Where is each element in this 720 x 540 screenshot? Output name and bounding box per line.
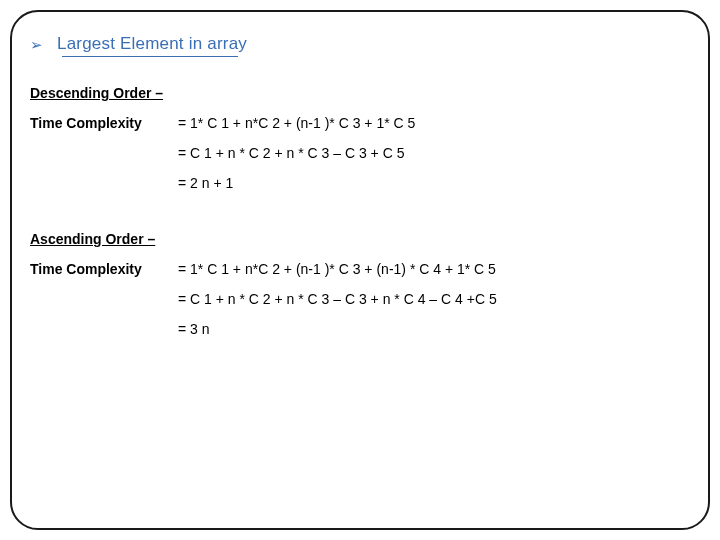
- slide-title: Largest Element in array: [57, 34, 247, 54]
- title-row: ➢ Largest Element in array: [30, 34, 690, 54]
- equation-text: = 1* C 1 + n*C 2 + (n-1 )* C 3 + (n-1) *…: [178, 261, 690, 277]
- slide: ➢ Largest Element in array Descending Or…: [0, 0, 720, 540]
- equation-row: = C 1 + n * C 2 + n * C 3 – C 3 + n * C …: [30, 291, 690, 307]
- equation-row: Time Complexity = 1* C 1 + n*C 2 + (n-1 …: [30, 115, 690, 131]
- equation-row: Time Complexity = 1* C 1 + n*C 2 + (n-1 …: [30, 261, 690, 277]
- complexity-label: Time Complexity: [30, 115, 178, 131]
- bullet-icon: ➢: [30, 37, 43, 52]
- equation-row: = C 1 + n * C 2 + n * C 3 – C 3 + C 5: [30, 145, 690, 161]
- equation-text: = 3 n: [178, 321, 690, 337]
- section-gap: [30, 205, 690, 231]
- equation-row: = 2 n + 1: [30, 175, 690, 191]
- section-heading: Descending Order –: [30, 85, 690, 101]
- equation-text: = 2 n + 1: [178, 175, 690, 191]
- equation-text: = 1* C 1 + n*C 2 + (n-1 )* C 3 + 1* C 5: [178, 115, 690, 131]
- complexity-label: Time Complexity: [30, 261, 178, 277]
- equation-text: = C 1 + n * C 2 + n * C 3 – C 3 + C 5: [178, 145, 690, 161]
- equation-row: = 3 n: [30, 321, 690, 337]
- title-underline: [62, 56, 238, 57]
- equation-text: = C 1 + n * C 2 + n * C 3 – C 3 + n * C …: [178, 291, 690, 307]
- slide-frame: ➢ Largest Element in array Descending Or…: [10, 10, 710, 530]
- section-heading: Ascending Order –: [30, 231, 690, 247]
